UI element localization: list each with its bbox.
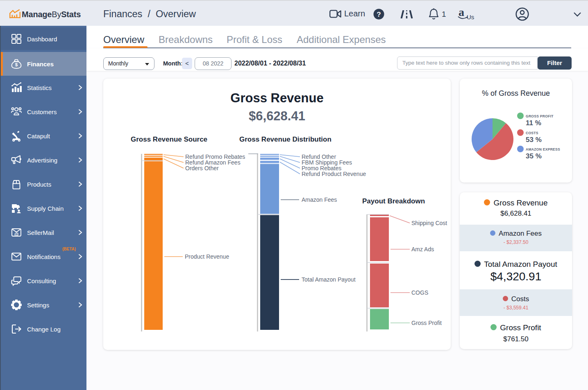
svg-text:@: @ [14,231,19,236]
svg-text:Gross Profit: Gross Profit [411,320,442,326]
svg-text:Refund Product Revenue: Refund Product Revenue [302,171,366,177]
svg-text:Amz Ads: Amz Ads [411,246,434,252]
svg-text:Product Revenue: Product Revenue [185,253,229,260]
svg-text:Amazon Fees: Amazon Fees [302,196,337,203]
svg-text:?: ? [377,11,381,18]
svg-text:Total Amazon Payout: Total Amazon Payout [302,276,356,283]
svg-text:Shipping Cost: Shipping Cost [411,220,447,226]
svg-text:COGS: COGS [411,289,428,296]
svg-text:Orders Other: Orders Other [185,165,219,171]
svg-text:$: $ [15,62,18,67]
